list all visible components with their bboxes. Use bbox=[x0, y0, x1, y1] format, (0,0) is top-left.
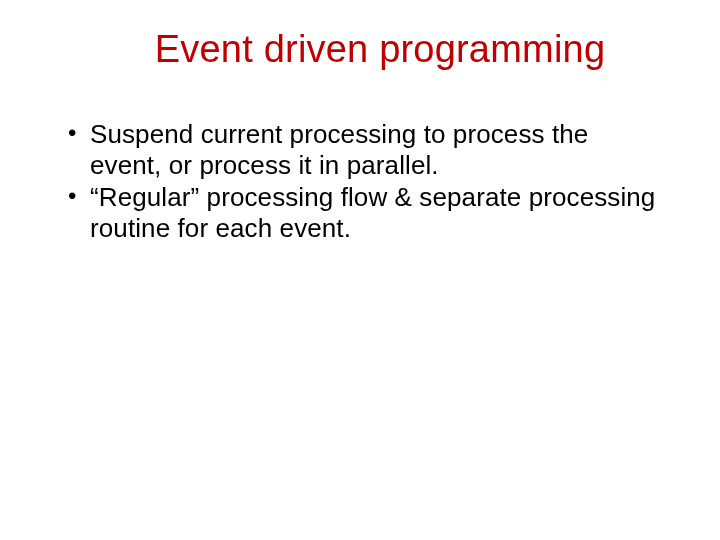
slide-container: Event driven programming Suspend current… bbox=[0, 0, 720, 540]
bullet-list: Suspend current processing to process th… bbox=[64, 119, 660, 244]
bullet-item: Suspend current processing to process th… bbox=[64, 119, 660, 180]
slide-title: Event driven programming bbox=[60, 28, 660, 71]
slide-content: Suspend current processing to process th… bbox=[60, 119, 660, 244]
bullet-item: “Regular” processing flow & separate pro… bbox=[64, 182, 660, 243]
